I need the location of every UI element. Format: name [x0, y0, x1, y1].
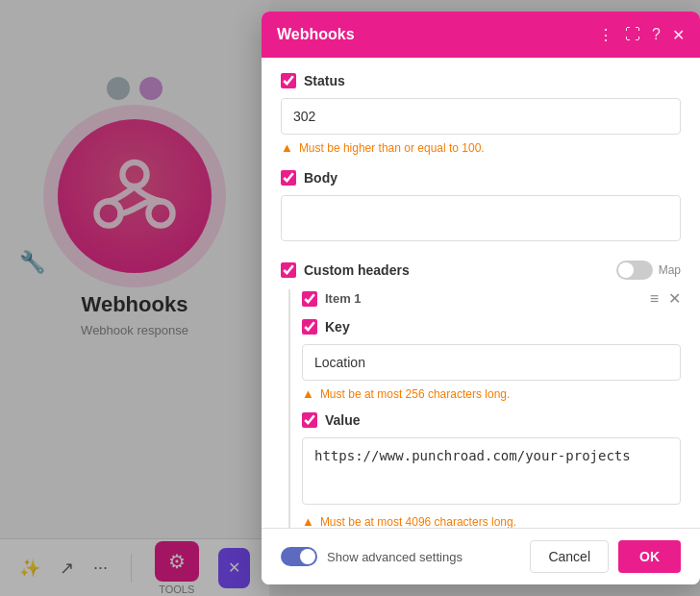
custom-headers-right: Map: [616, 261, 681, 280]
help-icon[interactable]: ?: [652, 26, 661, 43]
warning-icon: ▲: [281, 140, 293, 155]
body-label: Body: [304, 170, 338, 186]
item-1-icons: ≡ ✕: [650, 289, 681, 308]
key-checkbox[interactable]: [302, 319, 317, 335]
key-validation: ▲ Must be at most 256 characters long.: [302, 386, 681, 401]
value-warning-icon: ▲: [302, 514, 314, 528]
modal-footer: Show advanced settings Cancel OK: [262, 528, 700, 584]
cancel-button[interactable]: Cancel: [530, 540, 609, 573]
body-header: Body: [281, 170, 681, 186]
status-checkbox[interactable]: [281, 73, 296, 88]
key-label: Key: [325, 319, 350, 335]
map-toggle-slider: [616, 261, 653, 280]
item-1-checkbox[interactable]: [302, 291, 317, 307]
custom-headers-label: Custom headers: [304, 262, 410, 278]
webhooks-modal: Webhooks ⋮ ⛶ ? ✕ Status ▲ Must be higher…: [262, 12, 700, 584]
expand-icon[interactable]: ⛶: [625, 26, 640, 43]
body-checkbox[interactable]: [281, 170, 296, 186]
custom-headers-left: Custom headers: [281, 262, 410, 278]
map-toggle[interactable]: [616, 261, 653, 280]
item-1-section: Item 1 ≡ ✕ Key ▲ Must: [288, 289, 681, 528]
value-label: Value: [325, 412, 361, 428]
key-input[interactable]: [302, 344, 681, 381]
key-field-block: Key ▲ Must be at most 256 characters lon…: [302, 319, 681, 401]
status-label: Status: [304, 73, 345, 88]
item-1-close-icon[interactable]: ✕: [668, 289, 681, 308]
advanced-settings-label: Show advanced settings: [327, 550, 462, 564]
body-input[interactable]: [281, 195, 681, 241]
item-1-header-left: Item 1: [302, 291, 362, 307]
status-header: Status: [281, 73, 681, 88]
value-header: Value: [302, 412, 681, 428]
modal-header-icons: ⋮ ⛶ ? ✕: [598, 26, 685, 44]
modal-header: Webhooks ⋮ ⛶ ? ✕: [262, 12, 700, 58]
modal-title: Webhooks: [277, 26, 355, 43]
ok-button[interactable]: OK: [618, 540, 681, 573]
status-validation-text: Must be higher than or equal to 100.: [299, 141, 485, 155]
modal-body: Status ▲ Must be higher than or equal to…: [262, 58, 700, 528]
body-section: Body: [281, 170, 681, 245]
status-section: Status ▲ Must be higher than or equal to…: [281, 73, 681, 155]
value-field-block: Value https://www.punchroad.com/your-pro…: [302, 412, 681, 528]
item-1-menu-icon[interactable]: ≡: [650, 290, 659, 308]
key-header: Key: [302, 319, 681, 335]
value-checkbox[interactable]: [302, 412, 317, 428]
footer-left: Show advanced settings: [281, 547, 462, 566]
map-label: Map: [659, 263, 681, 277]
advanced-settings-toggle[interactable]: [281, 547, 317, 566]
close-icon[interactable]: ✕: [672, 26, 685, 44]
item-1-label: Item 1: [325, 291, 362, 306]
key-warning-icon: ▲: [302, 386, 314, 401]
value-input[interactable]: https://www.punchroad.com/your-projects: [302, 437, 681, 505]
advanced-settings-slider: [281, 547, 317, 566]
key-validation-text: Must be at most 256 characters long.: [320, 387, 510, 401]
value-validation: ▲ Must be at most 4096 characters long.: [302, 514, 681, 528]
footer-buttons: Cancel OK: [530, 540, 681, 573]
value-validation-text: Must be at most 4096 characters long.: [320, 515, 516, 529]
custom-headers-section: Custom headers Map Item 1: [281, 261, 681, 528]
status-input[interactable]: [281, 98, 681, 135]
custom-headers-checkbox[interactable]: [281, 262, 296, 278]
custom-headers-header: Custom headers Map: [281, 261, 681, 280]
status-validation: ▲ Must be higher than or equal to 100.: [281, 140, 681, 155]
item-1-header: Item 1 ≡ ✕: [302, 289, 681, 308]
dots-menu-icon[interactable]: ⋮: [598, 26, 613, 44]
